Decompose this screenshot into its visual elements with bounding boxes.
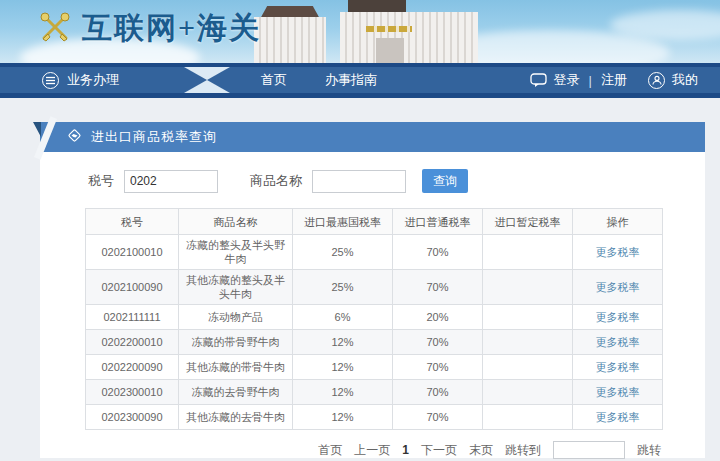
login-link[interactable]: 登录 [554,71,580,89]
table-header-cell: 进口暂定税率 [483,209,573,235]
cell-mfn: 12% [293,330,393,355]
more-rates-link[interactable]: 更多税率 [596,311,640,323]
cell-general: 70% [393,405,483,430]
message-bubble-icon [530,73,547,88]
more-rates-link[interactable]: 更多税率 [596,361,640,373]
panel-title-bar: 进出口商品税率查询 [40,122,705,152]
next-page-link[interactable]: 下一页 [421,442,457,459]
product-name-input[interactable] [312,170,406,193]
cell-general: 70% [393,330,483,355]
cell-code: 0202100090 [86,270,179,305]
main-nav: 业务办理 首页 办事指南 登录 | 注册 我的 [0,63,720,98]
rates-table: 税号商品名称进口最惠国税率进口普通税率进口暂定税率操作 0202100010冻藏… [85,208,663,430]
first-page-link[interactable]: 首页 [318,442,342,459]
site-header: 互联网+海关 [0,0,720,63]
nav-business-menu[interactable]: 业务办理 [42,71,119,89]
cell-provisional [483,305,573,330]
nav-item-guide[interactable]: 办事指南 [325,71,377,89]
cell-provisional [483,405,573,430]
jump-to-label: 跳转到 [505,442,541,459]
cell-code: 0202100010 [86,235,179,270]
current-page-number: 1 [402,443,409,457]
cell-name: 其他冻藏的带骨牛肉 [179,355,293,380]
table-row: 0202111111冻动物产品6%20%更多税率 [86,305,663,330]
cell-code: 0202200010 [86,330,179,355]
cell-mfn: 25% [293,235,393,270]
hamburger-menu-icon [42,72,59,89]
cell-mfn: 12% [293,380,393,405]
my-account-link[interactable]: 我的 [672,71,698,89]
table-header-row: 税号商品名称进口最惠国税率进口普通税率进口暂定税率操作 [86,209,663,235]
nav-divider-decoration [184,67,230,93]
cell-action: 更多税率 [573,355,663,380]
jump-button[interactable]: 跳转 [637,442,661,459]
cell-provisional [483,380,573,405]
cell-mfn: 12% [293,355,393,380]
cell-name: 冻藏的去骨野牛肉 [179,380,293,405]
more-rates-link[interactable]: 更多税率 [596,336,640,348]
more-rates-link[interactable]: 更多税率 [596,246,640,258]
logo-text: 互联网+海关 [82,8,261,49]
cell-name: 冻动物产品 [179,305,293,330]
cell-code: 0202300090 [86,405,179,430]
table-header-cell: 进口普通税率 [393,209,483,235]
cell-action: 更多税率 [573,305,663,330]
nav-business-label: 业务办理 [67,71,119,89]
cell-provisional [483,235,573,270]
cell-code: 0202300010 [86,380,179,405]
pagination: 首页 上一页 1 下一页 末页 跳转到 跳转 [40,441,663,459]
more-rates-link[interactable]: 更多税率 [596,386,640,398]
query-form: 税号 商品名称 查询 [40,152,705,208]
cell-provisional [483,330,573,355]
cell-mfn: 6% [293,305,393,330]
cell-name: 冻藏的带骨野牛肉 [179,330,293,355]
nav-item-home[interactable]: 首页 [261,71,287,89]
prev-page-link[interactable]: 上一页 [354,442,390,459]
table-row: 0202100010冻藏的整头及半头野牛肉25%70%更多税率 [86,235,663,270]
cell-provisional [483,355,573,380]
cell-name: 冻藏的整头及半头野牛肉 [179,235,293,270]
cell-action: 更多税率 [573,405,663,430]
customs-building-image [248,0,483,63]
more-rates-link[interactable]: 更多税率 [596,411,640,423]
cell-provisional [483,270,573,305]
table-header-cell: 操作 [573,209,663,235]
cell-general: 70% [393,235,483,270]
customs-emblem-icon [38,10,72,48]
cell-general: 70% [393,270,483,305]
cell-code: 0202200090 [86,355,179,380]
table-header-cell: 税号 [86,209,179,235]
panel-title: 进出口商品税率查询 [91,128,217,146]
cell-name: 其他冻藏的整头及半头牛肉 [179,270,293,305]
table-header-cell: 进口最惠国税率 [293,209,393,235]
site-logo[interactable]: 互联网+海关 [38,8,261,49]
table-header-cell: 商品名称 [179,209,293,235]
more-rates-link[interactable]: 更多税率 [596,281,640,293]
cell-action: 更多税率 [573,270,663,305]
last-page-link[interactable]: 末页 [469,442,493,459]
cell-mfn: 12% [293,405,393,430]
table-row: 0202100090其他冻藏的整头及半头牛肉25%70%更多税率 [86,270,663,305]
tax-no-input[interactable] [124,170,218,193]
register-link[interactable]: 注册 [601,71,627,89]
table-row: 0202200010冻藏的带骨野牛肉12%70%更多税率 [86,330,663,355]
tax-no-label: 税号 [88,172,114,190]
cell-action: 更多税率 [573,235,663,270]
cell-general: 70% [393,380,483,405]
cell-general: 20% [393,305,483,330]
table-row: 0202300090其他冻藏的去骨牛肉12%70%更多税率 [86,405,663,430]
login-register-divider: | [589,73,592,88]
user-icon [648,72,665,89]
cell-mfn: 25% [293,270,393,305]
cell-general: 70% [393,355,483,380]
table-row: 0202200090其他冻藏的带骨牛肉12%70%更多税率 [86,355,663,380]
product-name-label: 商品名称 [250,172,302,190]
query-panel: 进出口商品税率查询 税号 商品名称 查询 税号商品名称进口最惠国税率进口普通税率… [40,122,705,458]
cell-code: 0202111111 [86,305,179,330]
jump-page-input[interactable] [553,441,625,459]
search-button[interactable]: 查询 [422,169,468,193]
cell-action: 更多税率 [573,330,663,355]
cell-name: 其他冻藏的去骨牛肉 [179,405,293,430]
table-row: 0202300010冻藏的去骨野牛肉12%70%更多税率 [86,380,663,405]
handshake-icon [66,127,83,147]
